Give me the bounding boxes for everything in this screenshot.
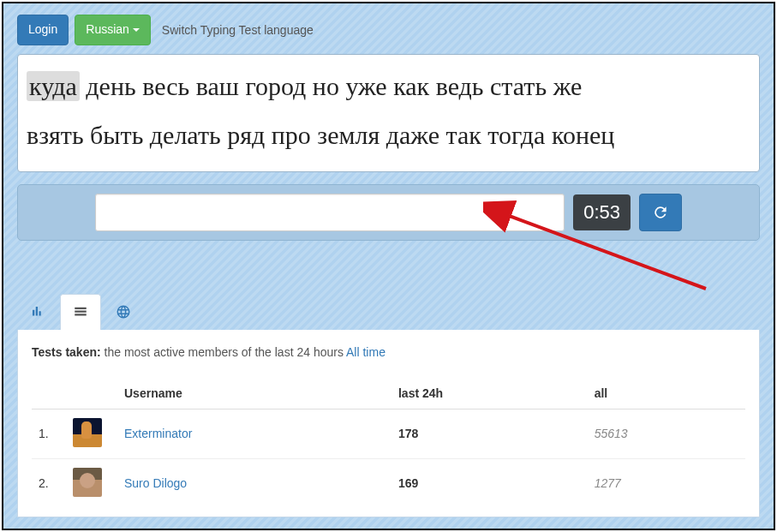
top-toolbar: Login Russian Switch Typing Test languag…: [17, 3, 760, 54]
list-icon: [73, 304, 88, 320]
typing-input-row: 0:53: [17, 184, 760, 241]
words-line-2: взять быть делать ряд про земля даже так…: [27, 111, 750, 159]
all-time-link[interactable]: All time: [346, 345, 386, 359]
tests-taken-label: Tests taken:: [32, 345, 101, 359]
login-button[interactable]: Login: [17, 15, 69, 45]
username-link[interactable]: Suro Dilogo: [124, 476, 187, 490]
words-line-1: день весь ваш город но уже как ведь стат…: [80, 72, 582, 100]
avatar[interactable]: [73, 468, 102, 497]
current-word: куда: [27, 71, 80, 101]
rank-number: 1.: [32, 409, 66, 458]
col-last24: last 24h: [391, 378, 588, 409]
table-row: 2. Suro Dilogo 169 1277: [32, 458, 745, 508]
stats-panel: Tests taken: the most active members of …: [17, 330, 760, 517]
globe-icon: [116, 304, 131, 320]
table-row: 1. Exterminator 178 55613: [32, 409, 745, 458]
bar-chart-icon: [30, 304, 45, 320]
username-link[interactable]: Exterminator: [124, 427, 192, 440]
switch-language-label: Switch Typing Test language: [162, 23, 314, 37]
restart-button[interactable]: [639, 194, 682, 231]
col-all: all: [588, 378, 745, 409]
col-username: Username: [117, 378, 391, 409]
typing-input[interactable]: [95, 194, 565, 231]
avatar[interactable]: [73, 418, 102, 447]
last24-value: 169: [391, 458, 588, 508]
caret-down-icon: [133, 28, 140, 32]
tab-list[interactable]: [60, 294, 101, 330]
language-label: Russian: [86, 21, 129, 39]
tests-taken-desc: the most active members of the last 24 h…: [101, 345, 346, 359]
timer-display: 0:53: [573, 194, 631, 230]
last24-value: 178: [391, 409, 588, 458]
ranking-table: Username last 24h all 1. Exterminator 17…: [32, 378, 745, 508]
language-dropdown[interactable]: Russian: [75, 15, 151, 45]
words-display: куда день весь ваш город но уже как ведь…: [17, 54, 760, 172]
tab-chart[interactable]: [17, 294, 58, 330]
tests-taken-line: Tests taken: the most active members of …: [32, 345, 745, 359]
refresh-icon: [652, 204, 669, 221]
all-value: 55613: [588, 409, 745, 458]
stats-tabs: [17, 294, 760, 330]
tab-globe[interactable]: [103, 294, 144, 330]
all-value: 1277: [588, 458, 745, 508]
rank-number: 2.: [32, 458, 66, 508]
